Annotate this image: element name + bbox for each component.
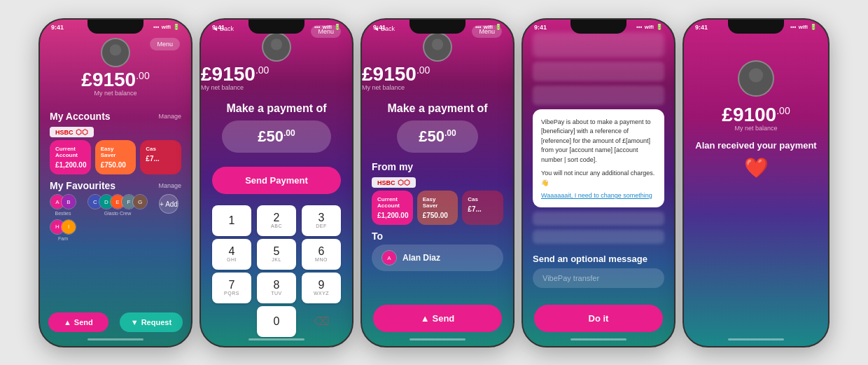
- account-card-current[interactable]: Current Account £1,200.00: [50, 140, 91, 174]
- battery-icon-5: 🔋: [810, 24, 817, 30]
- home-indicator-4: [570, 338, 626, 340]
- message-input[interactable]: VibePay transfer: [533, 268, 664, 288]
- numpad-row-1: 1 2 ABC 3 DEF: [212, 205, 341, 236]
- time-4: 9:41: [534, 24, 547, 31]
- wifi-icon-4: wifi: [645, 24, 654, 30]
- notch-5: [728, 20, 784, 34]
- menu-button-1[interactable]: Menu: [150, 38, 180, 50]
- my-favourites-title: My Favourites: [50, 180, 115, 191]
- avatar-2: [262, 32, 291, 62]
- svg-point-1: [106, 57, 124, 66]
- screen-2: 9:41 ▪▪▪ wifi 🔋 ◄ Back Menu £9150.00 My …: [200, 18, 354, 347]
- recipient-avatar: A: [382, 250, 397, 266]
- svg-point-0: [110, 44, 121, 55]
- signal-icons-4: ▪▪▪ wifi 🔋: [636, 24, 663, 30]
- numpad: 1 2 ABC 3 DEF 4 GHI 5 J: [201, 205, 352, 337]
- glasto-avatars: C D E F G: [88, 194, 148, 209]
- numpad-key-4[interactable]: 4 GHI: [212, 239, 251, 270]
- numpad-key-7[interactable]: 7 PQRS: [212, 273, 251, 303]
- change-link[interactable]: Waaaaaait, I need to change something: [541, 192, 656, 199]
- avatar-1: [101, 38, 130, 67]
- send-payment-button[interactable]: Send Payment: [212, 167, 341, 194]
- numpad-key-delete[interactable]: ⌫: [302, 306, 341, 337]
- wifi-icon-2: wifi: [323, 24, 332, 30]
- blurred-row-1: [533, 62, 664, 81]
- manage-link-1[interactable]: Manage: [158, 113, 181, 120]
- accounts-row-3: Current Account £1,200.00 Easy Saver £75…: [362, 191, 513, 225]
- add-favourite-button[interactable]: + Add: [159, 194, 178, 214]
- screen-3: 9:41 ▪▪▪ wifi 🔋 ◄ Back Menu £9150.00 My …: [360, 18, 514, 347]
- account-card-other[interactable]: Cas £7...: [140, 140, 181, 174]
- svg-point-3: [267, 51, 285, 60]
- fav-group-besties[interactable]: A B Besties: [50, 194, 76, 216]
- screen-5: 9:41 ▪▪▪ wifi 🔋 £9100.00 My net balance …: [682, 18, 830, 347]
- recipient-pill: A Alan Diaz: [372, 245, 503, 271]
- time-1: 9:41: [51, 24, 64, 31]
- svg-point-2: [271, 39, 282, 50]
- mini-avatar-g5: G: [132, 194, 148, 209]
- notch-4: [570, 20, 626, 34]
- payment-title-2: Make a payment of: [201, 102, 352, 115]
- account-card-current-3[interactable]: Current Account £1,200.00: [372, 191, 413, 225]
- send-arrow-icon-3: ▲: [421, 313, 430, 324]
- accounts-header-1: My Accounts Manage: [40, 105, 191, 125]
- account-card-other-3[interactable]: Cas £7...: [462, 191, 503, 225]
- accounts-row-1: Current Account £1,200.00 Easy Saver £75…: [40, 140, 191, 174]
- blurred-header-4: [533, 32, 664, 57]
- fam-label: Fam: [58, 236, 68, 241]
- do-it-button[interactable]: Do it: [534, 305, 663, 332]
- numpad-key-6[interactable]: 6 MNO: [302, 239, 341, 270]
- balance-amount-1: £9150.00: [51, 70, 180, 90]
- request-button-1[interactable]: ▼ Request: [120, 312, 183, 332]
- home-indicator-3: [410, 338, 465, 340]
- no-charges-text: You will not incur any additional charge…: [541, 169, 656, 188]
- besties-label: Besties: [55, 211, 71, 216]
- signal-icon-4: ▪▪▪: [636, 24, 643, 30]
- send-button-1[interactable]: ▲ Send: [48, 312, 108, 332]
- numpad-key-8[interactable]: 8 TUV: [257, 273, 296, 303]
- blurred-row-3: [533, 212, 664, 226]
- screen-4: 9:41 ▪▪▪ wifi 🔋 VibePay is about to make…: [522, 18, 676, 347]
- numpad-key-3[interactable]: 3 DEF: [302, 205, 341, 236]
- signal-icons-5: ▪▪▪ wifi 🔋: [790, 24, 817, 30]
- balance-label-2: My net balance: [201, 84, 352, 91]
- wifi-icon-5: wifi: [799, 24, 808, 30]
- home-indicator-5: [728, 338, 784, 340]
- amount-text-2: £50.00: [258, 128, 295, 145]
- notch-3: [410, 20, 465, 34]
- avatar-3: [423, 32, 452, 62]
- account-card-saver[interactable]: Easy Saver £750.00: [95, 140, 136, 174]
- numpad-key-9[interactable]: 9 WXYZ: [302, 273, 341, 303]
- manage-favourites-link[interactable]: Manage: [158, 182, 181, 189]
- wifi-icon-3: wifi: [484, 24, 493, 30]
- fav-group-glasto[interactable]: C D E F G Glasto Crew: [88, 194, 148, 216]
- signal-icons-3: ▪▪▪ wifi 🔋: [475, 24, 502, 30]
- avatar-5: [738, 60, 774, 97]
- numpad-key-0[interactable]: 0: [257, 306, 296, 337]
- mini-avatar-f2: I: [61, 219, 76, 235]
- bank-logo-1: HSBC ⬡⬡: [50, 127, 94, 137]
- recipient-name: Alan Diaz: [402, 253, 440, 263]
- wifi-icon: wifi: [162, 24, 171, 30]
- battery-icon: 🔋: [173, 24, 180, 30]
- balance-amount-5: £9100.00: [695, 105, 817, 125]
- send-button-3[interactable]: ▲ Send: [373, 305, 502, 332]
- blurred-row-2: [533, 85, 664, 105]
- numpad-key-2[interactable]: 2 ABC: [257, 205, 296, 236]
- favourites-header-1: My Favourites Manage: [40, 174, 191, 194]
- numpad-key-1[interactable]: 1: [212, 205, 251, 236]
- success-text: Alan received your payment: [695, 140, 817, 151]
- signal-icon-5: ▪▪▪: [790, 24, 797, 30]
- numpad-key-5[interactable]: 5 JKL: [257, 239, 296, 270]
- balance-label-5: My net balance: [695, 125, 817, 132]
- signal-icons-1: ▪▪▪ wifi 🔋: [153, 24, 180, 30]
- besties-avatars: A B: [50, 194, 76, 209]
- time-3: 9:41: [373, 24, 386, 31]
- account-card-saver-3[interactable]: Easy Saver £750.00: [417, 191, 458, 225]
- signal-icon: ▪▪▪: [153, 24, 160, 30]
- account-name-saver: Easy Saver: [101, 146, 131, 158]
- header-2: ◄ Back Menu £9150.00 My net balance: [201, 32, 352, 91]
- fav-group-fam[interactable]: H I Fam: [50, 219, 76, 241]
- account-name-current: Current Account: [55, 146, 85, 158]
- numpad-row-4: 0 ⌫: [212, 306, 341, 337]
